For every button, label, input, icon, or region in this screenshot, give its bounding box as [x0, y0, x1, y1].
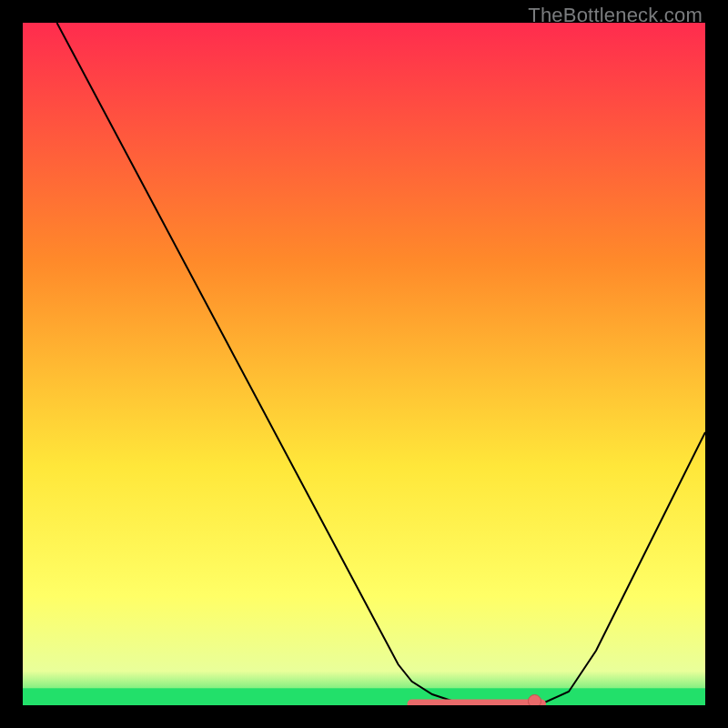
chart-frame — [23, 23, 705, 705]
optimal-point-marker — [529, 695, 541, 706]
gradient-background — [23, 23, 705, 705]
bottleneck-chart — [23, 23, 705, 705]
green-baseline-band — [23, 688, 705, 705]
